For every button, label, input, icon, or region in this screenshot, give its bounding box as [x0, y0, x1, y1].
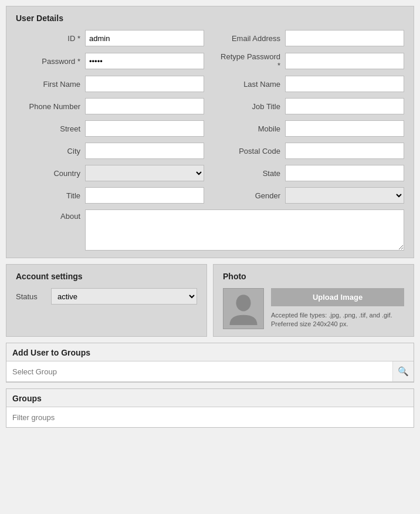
state-label: State: [216, 169, 280, 178]
filter-groups-input[interactable]: [6, 407, 414, 427]
password-label: Password *: [16, 57, 80, 66]
postal-code-label: Postal Code: [216, 147, 280, 155]
mobile-row: Mobile: [216, 120, 404, 137]
last-name-label: Last Name: [216, 80, 280, 89]
city-label: City: [16, 147, 80, 155]
postal-code-row: Postal Code: [216, 143, 404, 159]
photo-upload-area: Upload Image Accepted file types: .jpg, …: [271, 288, 404, 329]
country-label: Country: [16, 169, 80, 178]
upload-hint: Accepted file types: .jpg, .png, .tif, a…: [271, 311, 404, 329]
groups-list-section: Groups: [6, 388, 414, 428]
city-row: City: [16, 143, 204, 159]
account-settings-section: Account settings Status active inactive …: [6, 264, 207, 337]
first-name-row: First Name: [16, 76, 204, 92]
status-row: Status active inactive pending: [16, 288, 197, 305]
title-row: Title: [16, 187, 204, 204]
country-select[interactable]: [85, 165, 204, 181]
gender-label: Gender: [216, 191, 280, 200]
photo-section: Photo Upload Image Accepted file types: …: [213, 264, 414, 337]
groups-filter-wrapper: [6, 407, 414, 427]
retype-password-input[interactable]: [285, 53, 404, 69]
groups-title: Groups: [6, 389, 414, 407]
first-name-label: First Name: [16, 80, 80, 89]
account-settings-title: Account settings: [16, 272, 197, 281]
about-textarea[interactable]: [85, 209, 404, 251]
password-input[interactable]: [85, 53, 204, 69]
user-details-title: User Details: [16, 13, 404, 23]
job-title-label: Job Title: [216, 102, 280, 111]
search-group-button[interactable]: 🔍: [392, 361, 414, 381]
email-input[interactable]: [285, 30, 404, 46]
status-label: Status: [16, 292, 45, 301]
photo-placeholder: [223, 288, 264, 329]
phone-row: Phone Number: [16, 98, 204, 114]
street-row: Street: [16, 120, 204, 137]
id-label: ID *: [16, 34, 80, 43]
add-user-title: Add User to Groups: [6, 343, 414, 361]
user-details-section: User Details ID * Email Address Password…: [6, 6, 414, 258]
last-name-input[interactable]: [285, 76, 404, 92]
state-input[interactable]: [285, 165, 404, 181]
first-name-input[interactable]: [85, 76, 204, 92]
about-label: About: [16, 209, 80, 221]
title-label: Title: [16, 191, 80, 200]
id-input[interactable]: [85, 30, 204, 46]
last-name-row: Last Name: [216, 76, 404, 92]
bottom-sections: Account settings Status active inactive …: [6, 264, 414, 337]
job-title-row: Job Title: [216, 98, 404, 114]
email-row: Email Address: [216, 30, 404, 46]
title-input[interactable]: [85, 187, 204, 204]
street-input[interactable]: [85, 120, 204, 137]
about-row: About: [16, 209, 404, 251]
street-label: Street: [16, 124, 80, 133]
city-input[interactable]: [85, 143, 204, 159]
select-group-input[interactable]: [6, 361, 392, 381]
add-user-section: Add User to Groups 🔍: [6, 343, 414, 383]
upload-image-button[interactable]: Upload Image: [271, 288, 404, 306]
gender-select[interactable]: Male Female: [285, 187, 404, 204]
status-select[interactable]: active inactive pending: [51, 288, 197, 305]
retype-password-label: Retype Password *: [216, 52, 280, 70]
email-label: Email Address: [216, 34, 280, 43]
mobile-input[interactable]: [285, 120, 404, 137]
user-avatar-icon: [229, 293, 258, 325]
state-row: State: [216, 165, 404, 181]
gender-row: Gender Male Female: [216, 187, 404, 204]
user-details-form: ID * Email Address Password * Retype Pas…: [16, 30, 404, 251]
photo-content: Upload Image Accepted file types: .jpg, …: [223, 288, 404, 329]
country-row: Country: [16, 165, 204, 181]
search-icon: 🔍: [398, 366, 409, 377]
retype-password-row: Retype Password *: [216, 52, 404, 70]
id-row: ID *: [16, 30, 204, 46]
mobile-label: Mobile: [216, 124, 280, 133]
job-title-input[interactable]: [285, 98, 404, 114]
phone-input[interactable]: [85, 98, 204, 114]
postal-code-input[interactable]: [285, 143, 404, 159]
phone-label: Phone Number: [16, 102, 80, 111]
svg-point-0: [236, 295, 250, 311]
photo-title: Photo: [223, 272, 404, 281]
password-row: Password *: [16, 52, 204, 70]
add-user-input-row: 🔍: [6, 361, 414, 382]
